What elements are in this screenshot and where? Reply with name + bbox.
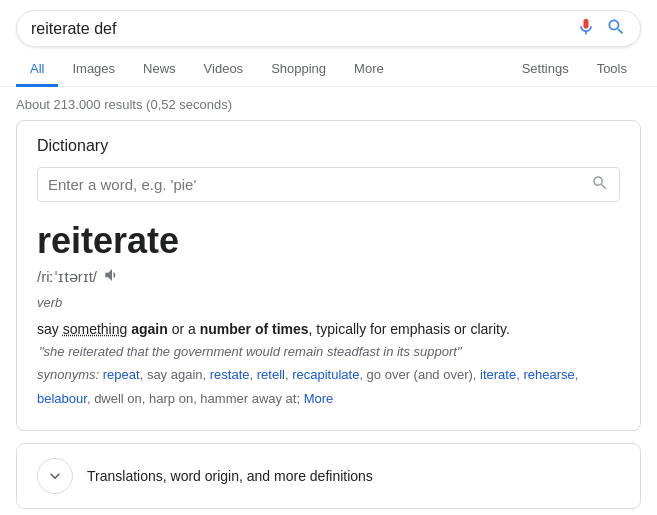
translations-label: Translations, word origin, and more defi… [87,468,373,484]
emphasis-something: something [63,321,128,337]
dict-search-box [37,167,620,202]
search-input-wrapper [16,10,641,47]
syn-dwell-on: dwell on, harp on, hammer away at; [94,391,304,406]
translations-footer[interactable]: Translations, word origin, and more defi… [16,443,641,509]
pronunciation: /riːˈɪtərɪt/ [37,266,620,287]
nav-tabs: All Images News Videos Shopping More Set… [0,47,657,87]
dict-search-icon[interactable] [591,174,609,195]
results-info: About 213.000 results (0,52 seconds) [0,87,657,120]
synonyms-more-link[interactable]: More [304,391,334,406]
word-heading: reiterate [37,220,620,262]
nav-right: Settings Tools [508,53,641,86]
syn-retell[interactable]: retell [257,367,285,382]
tab-news[interactable]: News [129,53,190,87]
mic-icon[interactable] [576,17,596,40]
dictionary-title: Dictionary [37,137,620,155]
tab-more[interactable]: More [340,53,398,87]
tab-videos[interactable]: Videos [190,53,258,87]
syn-iterate[interactable]: iterate [480,367,516,382]
syn-repeat[interactable]: repeat [103,367,140,382]
definition-main: say something again or a number of times… [37,318,620,340]
part-of-speech: verb [37,295,620,310]
search-icon-btn[interactable] [606,17,626,40]
tab-images[interactable]: Images [58,53,129,87]
search-bar-area [0,0,657,47]
synonyms-label: synonyms: [37,367,99,382]
chevron-down-icon [37,458,73,494]
syn-rehearse[interactable]: rehearse [523,367,574,382]
syn-recapitulate[interactable]: recapitulate [292,367,359,382]
dict-search-input[interactable] [48,176,591,193]
syn-go-over: go over (and over), [367,367,480,382]
pronunciation-text: /riːˈɪtərɪt/ [37,268,97,286]
synonyms-line: synonyms: repeat, say again, restate, re… [37,363,620,410]
example-quote: "she reiterated that the government woul… [37,344,620,359]
tab-all[interactable]: All [16,53,58,87]
tab-tools[interactable]: Tools [583,53,641,87]
search-input[interactable] [31,20,576,38]
dictionary-card: Dictionary reiterate /riːˈɪtərɪt/ verb s… [16,120,641,431]
syn-restate[interactable]: restate [210,367,250,382]
sound-icon[interactable] [103,266,121,287]
syn-belabour[interactable]: belabour [37,391,87,406]
tab-shopping[interactable]: Shopping [257,53,340,87]
tab-settings[interactable]: Settings [508,53,583,87]
syn-say-again: say again, [147,367,210,382]
search-icons [576,17,626,40]
